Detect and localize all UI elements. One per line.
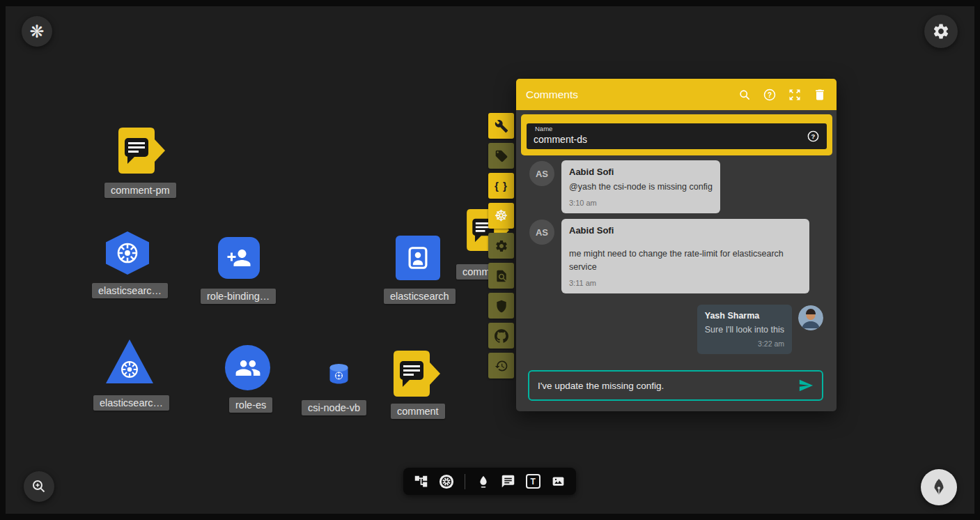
toolbar-wrench-button[interactable] (488, 113, 514, 139)
name-field-wrapper: Name ? (521, 114, 832, 155)
avatar-photo (798, 305, 823, 330)
comments-delete-button[interactable] (813, 88, 827, 102)
message-author: Aabid Sofi (569, 225, 802, 236)
help-icon: ? (763, 88, 777, 102)
comment-shape-icon (394, 351, 441, 397)
node-csi-node-vb[interactable] (328, 362, 350, 385)
kubernetes-icon: ☸ (495, 208, 508, 224)
chat-message: Aabid Sofi me might need to change the r… (561, 219, 809, 293)
zoom-in-button[interactable] (24, 471, 54, 502)
node-comment-pm[interactable] (118, 128, 166, 174)
message-text: me might need to change the rate-limit f… (569, 247, 802, 274)
kubernetes-icon (115, 240, 140, 266)
search-icon (738, 88, 752, 102)
text-tool-icon: T (526, 474, 540, 489)
message-timestamp: 3:10 am (569, 199, 713, 207)
node-label-elasticsearch-hex: elasticsearc… (92, 283, 168, 298)
flowchart-icon (414, 474, 428, 489)
dock-kubernetes-button[interactable] (439, 474, 454, 489)
pen-nib-icon (930, 478, 948, 496)
name-field-label: Name (535, 125, 552, 132)
toolbar-shield-button[interactable] (488, 293, 514, 319)
svg-text:?: ? (768, 91, 772, 98)
toolbar-kubernetes-button[interactable]: ☸ (488, 203, 514, 229)
service-account-icon (405, 245, 431, 271)
name-input[interactable] (534, 128, 807, 145)
node-label-comment: comment (391, 404, 445, 419)
expand-icon (788, 88, 802, 102)
trash-icon (813, 88, 827, 102)
avatar: AS (529, 161, 554, 186)
message-timestamp: 3:22 am (705, 339, 784, 348)
node-role-es[interactable] (225, 345, 270, 390)
node-label-elasticsearch-tri: elasticsearc… (93, 395, 169, 411)
settings-button[interactable] (924, 15, 958, 48)
person-add-icon (226, 245, 251, 270)
shield-icon (495, 299, 508, 313)
node-comment[interactable] (394, 351, 441, 397)
braces-icon: { } (495, 180, 508, 192)
dock-media-button[interactable] (551, 474, 566, 489)
node-label-csi-node-vb: csi-node-vb (302, 400, 366, 415)
message-author: Aabid Sofi (569, 167, 713, 177)
comment-shape-icon (118, 128, 166, 174)
message-text: @yash the csi-node is missing config (569, 181, 713, 194)
dock-ink-drop-button[interactable] (476, 475, 490, 489)
gear-icon (932, 22, 950, 40)
node-role-binding[interactable] (218, 237, 260, 279)
panel-title: Comments (526, 89, 578, 101)
storage-cylinder-icon (328, 362, 350, 385)
app-logo-button[interactable]: ❋ (22, 16, 52, 47)
github-icon (495, 329, 508, 343)
node-label-elasticsearch: elasticsearch (384, 289, 456, 304)
svg-text:?: ? (811, 132, 816, 140)
chat-message: Yash Sharma Sure I'll look into this 3:2… (697, 305, 792, 354)
people-icon (235, 355, 261, 381)
zoom-in-icon (31, 478, 47, 495)
node-elasticsearch-square[interactable] (396, 236, 440, 280)
comment-input[interactable] (538, 381, 793, 391)
find-in-page-icon (495, 269, 508, 283)
comments-search-button[interactable] (738, 88, 752, 102)
node-label-role-binding: role-binding… (201, 289, 276, 304)
history-icon (495, 359, 508, 373)
message-text: Sure I'll look into this (705, 323, 784, 337)
tag-icon (495, 149, 508, 163)
comments-expand-button[interactable] (788, 88, 802, 102)
comments-help-button[interactable]: ? (763, 88, 777, 102)
toolbar-settings-button[interactable] (488, 233, 514, 259)
avatar-initials: AS (536, 169, 548, 179)
toolbar-history-button[interactable] (488, 353, 514, 378)
dock-text-button[interactable]: T (526, 474, 540, 489)
send-button[interactable] (798, 378, 814, 393)
user-photo (798, 305, 823, 330)
message-author: Yash Sharma (705, 311, 784, 321)
avatar-initials: AS (536, 227, 548, 238)
dock-comment-button[interactable] (501, 474, 515, 489)
dock-flowchart-button[interactable] (414, 474, 428, 489)
media-icon (551, 474, 566, 489)
gear-icon (495, 239, 508, 253)
avatar: AS (529, 220, 554, 245)
app-logo-icon: ❋ (30, 22, 45, 42)
message-timestamp: 3:11 am (569, 279, 802, 287)
comment-icon (501, 474, 515, 489)
name-help-button[interactable]: ? (807, 130, 820, 143)
send-icon (798, 378, 814, 393)
dock-divider (465, 474, 465, 489)
node-label-comment-pm: comment-pm (104, 183, 176, 198)
kubernetes-icon (119, 359, 140, 380)
toolbar-github-button[interactable] (488, 323, 514, 349)
toolbar-find-in-page-button[interactable] (488, 263, 514, 289)
ink-drop-icon (476, 475, 490, 489)
toolbar-braces-button[interactable]: { } (488, 173, 514, 199)
bottom-dock: T (403, 468, 576, 495)
comment-input-wrapper (528, 370, 823, 401)
pen-tool-button[interactable] (921, 469, 957, 505)
comments-panel-header[interactable]: Comments ? (516, 79, 837, 110)
chat-message: Aabid Sofi @yash the csi-node is missing… (561, 160, 720, 213)
wrench-icon (495, 119, 508, 133)
toolbar-tag-button[interactable] (488, 143, 514, 169)
comments-panel: Comments ? Name ? AS Aa (516, 79, 837, 411)
node-label-role-es: role-es (229, 397, 272, 413)
